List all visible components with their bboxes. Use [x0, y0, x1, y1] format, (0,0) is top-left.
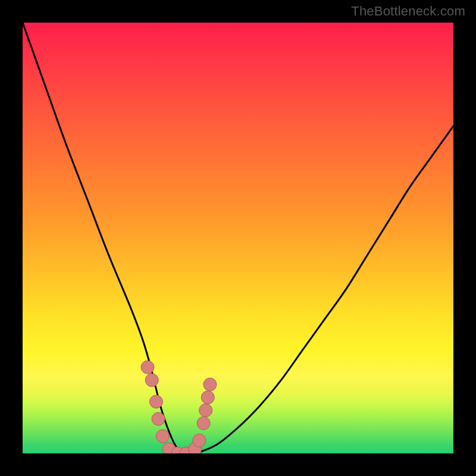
curve-marker — [199, 404, 212, 417]
curve-marker — [203, 378, 217, 391]
attribution-label: TheBottleneck.com — [351, 4, 465, 19]
curve-marker — [149, 395, 162, 408]
plot-area — [23, 23, 453, 453]
bottleneck-curve-right — [186, 126, 453, 453]
curve-marker — [201, 391, 214, 404]
curve-marker — [152, 412, 165, 425]
curve-marker — [156, 430, 169, 443]
chart-svg — [23, 23, 453, 453]
chart-frame: TheBottleneck.com — [0, 0, 476, 476]
curve-marker — [197, 416, 210, 430]
curve-marker — [193, 434, 206, 447]
curve-marker — [145, 374, 158, 387]
marker-layer — [141, 361, 217, 453]
curve-layer — [23, 23, 453, 453]
curve-marker — [141, 361, 154, 374]
bottleneck-curve-left — [23, 23, 186, 453]
